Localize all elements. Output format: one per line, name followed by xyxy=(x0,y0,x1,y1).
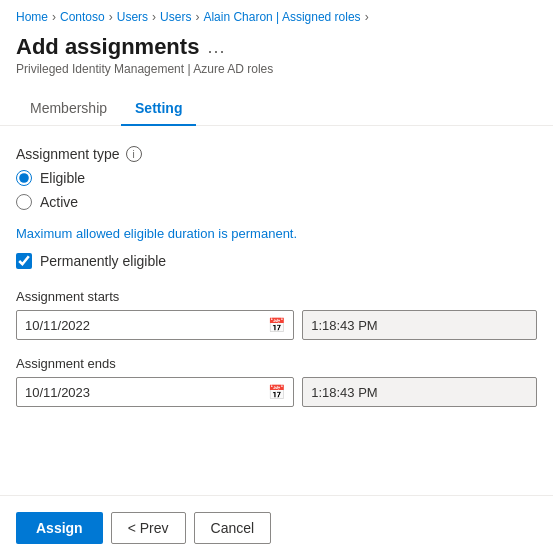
permanently-eligible-checkbox-item[interactable]: Permanently eligible xyxy=(16,253,537,269)
assignment-starts-calendar-icon[interactable]: 📅 xyxy=(268,317,285,333)
page-header: Add assignments ... Privileged Identity … xyxy=(0,30,553,84)
breadcrumb-sep-4: › xyxy=(195,10,199,24)
breadcrumb-home[interactable]: Home xyxy=(16,10,48,24)
breadcrumb-sep-2: › xyxy=(109,10,113,24)
assignment-starts-label: Assignment starts xyxy=(16,289,537,304)
tab-membership[interactable]: Membership xyxy=(16,92,121,126)
breadcrumb-sep-1: › xyxy=(52,10,56,24)
breadcrumb-sep-3: › xyxy=(152,10,156,24)
radio-eligible-input[interactable] xyxy=(16,170,32,186)
assignment-starts-time-input[interactable] xyxy=(311,318,528,333)
breadcrumb-users1[interactable]: Users xyxy=(117,10,148,24)
more-options-icon[interactable]: ... xyxy=(207,37,225,58)
assignment-starts-date-wrapper: 📅 xyxy=(16,310,294,340)
assignment-type-radio-group: Eligible Active xyxy=(16,170,537,210)
content-area: Assignment type i Eligible Active Maximu… xyxy=(0,126,553,439)
page-title: Add assignments xyxy=(16,34,199,60)
assignment-ends-time-input[interactable] xyxy=(311,385,528,400)
assign-button[interactable]: Assign xyxy=(16,512,103,544)
assignment-ends-row: 📅 xyxy=(16,377,537,407)
assignment-type-label: Assignment type i xyxy=(16,146,537,162)
breadcrumb-alain[interactable]: Alain Charon | Assigned roles xyxy=(203,10,360,24)
assignment-starts-date-input[interactable] xyxy=(25,318,264,333)
assignment-starts-group: Assignment starts 📅 xyxy=(16,289,537,340)
assignment-starts-row: 📅 xyxy=(16,310,537,340)
assignment-ends-date-wrapper: 📅 xyxy=(16,377,294,407)
permanently-eligible-checkbox[interactable] xyxy=(16,253,32,269)
tab-setting[interactable]: Setting xyxy=(121,92,196,126)
cancel-button[interactable]: Cancel xyxy=(194,512,272,544)
breadcrumb: Home › Contoso › Users › Users › Alain C… xyxy=(0,0,553,30)
radio-active[interactable]: Active xyxy=(16,194,537,210)
assignment-ends-time-wrapper xyxy=(302,377,537,407)
breadcrumb-users2[interactable]: Users xyxy=(160,10,191,24)
assignment-ends-group: Assignment ends 📅 xyxy=(16,356,537,407)
assignment-type-info-icon[interactable]: i xyxy=(126,146,142,162)
info-message: Maximum allowed eligible duration is per… xyxy=(16,226,537,241)
assignment-ends-label: Assignment ends xyxy=(16,356,537,371)
radio-active-label: Active xyxy=(40,194,78,210)
radio-eligible-label: Eligible xyxy=(40,170,85,186)
assignment-ends-date-input[interactable] xyxy=(25,385,264,400)
breadcrumb-sep-5: › xyxy=(365,10,369,24)
breadcrumb-contoso[interactable]: Contoso xyxy=(60,10,105,24)
radio-eligible[interactable]: Eligible xyxy=(16,170,537,186)
page-subtitle: Privileged Identity Management | Azure A… xyxy=(16,62,537,76)
prev-button[interactable]: < Prev xyxy=(111,512,186,544)
radio-active-input[interactable] xyxy=(16,194,32,210)
tabs-container: Membership Setting xyxy=(0,92,553,126)
page-wrapper: Home › Contoso › Users › Users › Alain C… xyxy=(0,0,553,560)
assignment-starts-time-wrapper xyxy=(302,310,537,340)
assignment-ends-calendar-icon[interactable]: 📅 xyxy=(268,384,285,400)
footer: Assign < Prev Cancel xyxy=(0,495,553,560)
permanently-eligible-label: Permanently eligible xyxy=(40,253,166,269)
